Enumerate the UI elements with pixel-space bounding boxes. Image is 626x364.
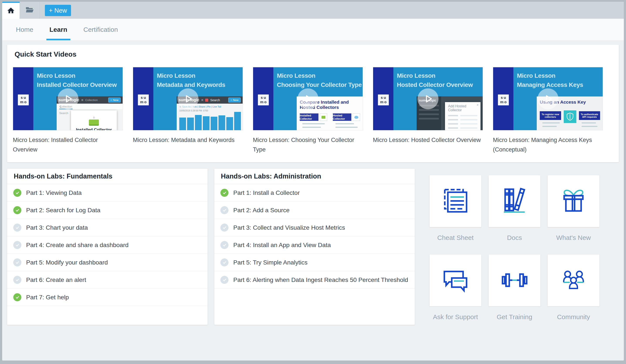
dumbbell-icon (500, 266, 529, 295)
thumb-brand-strip: sumo (13, 67, 33, 130)
check-icon (13, 206, 21, 214)
lab-item[interactable]: Part 2: Add a Source (214, 202, 415, 219)
learn-content: Quick Start Videos sumo Micro Lesson Ins… (2, 40, 624, 361)
search-tab-icon (205, 99, 208, 102)
thumb-title-line2: Choosing Your Collector Type (277, 80, 363, 89)
resource-label: Get Training (497, 313, 532, 321)
learn-nav: Home Learn Certification (2, 19, 624, 40)
video-caption: Micro Lesson: Managing Access Keys (Conc… (493, 135, 603, 154)
lab-item[interactable]: Part 6: Alerting when Data Ingest Reache… (214, 271, 415, 289)
video-caption: Micro Lesson: Choosing Your Collector Ty… (253, 135, 363, 154)
folder-tab[interactable] (20, 2, 40, 19)
check-icon (13, 258, 21, 266)
check-icon (13, 276, 21, 284)
home-tab[interactable] (2, 2, 20, 19)
nav-tab-learn[interactable]: Learn (49, 19, 67, 40)
check-icon (13, 241, 21, 249)
resource-label: Community (557, 313, 590, 321)
lab-item-label: Part 3: Collect and Visualize Host Metri… (233, 224, 345, 231)
installed-collector-icon (320, 113, 327, 121)
lab-item-label: Part 1: Viewing Data (26, 189, 82, 196)
lab-item[interactable]: Part 7: Get help (7, 289, 208, 306)
mini-search: Search (59, 111, 68, 115)
mini-new-chip: + New (228, 98, 241, 103)
video-list: sumo Micro Lesson Installed Collector Ov… (13, 67, 613, 154)
hosted-collector-box: Hosted Collector (333, 113, 352, 121)
resource-cheat-sheet[interactable]: Cheat Sheet (430, 175, 481, 241)
new-button[interactable]: + New (45, 5, 71, 16)
nav-tab-home[interactable]: Home (16, 19, 33, 40)
menu-icon: ≡ (81, 98, 83, 102)
resource-ask-for-support[interactable]: Ask for Support (430, 255, 481, 321)
play-button-icon (538, 88, 558, 109)
thumb-title-line2: Installed Collector Overview (37, 80, 123, 89)
gift-icon (559, 186, 588, 216)
check-icon (13, 293, 21, 301)
shield-icon (564, 110, 576, 123)
lab-item[interactable]: Part 3: Collect and Visualize Host Metri… (214, 219, 415, 236)
lab-item[interactable]: Part 3: Chart your data (7, 219, 208, 236)
thumb-brand-strip: sumo (253, 67, 273, 130)
thumb-title-line1: Micro Lesson (277, 71, 363, 80)
mini-card-label: Installed Collector (76, 127, 112, 130)
resource-label: What's New (556, 234, 591, 241)
video-hosted-collector-overview[interactable]: sumo Micro Lesson Hosted Collector Overv… (373, 67, 483, 154)
lab-item-label: Part 3: Chart your data (26, 224, 88, 231)
check-icon (220, 223, 229, 232)
labs-fundamentals-title: Hands-on Labs: Fundamentals (7, 169, 208, 184)
video-metadata-and-keywords[interactable]: sumo Micro Lesson Metadata and Keywords … (133, 67, 243, 154)
video-thumbnail: sumo Micro Lesson Installed Collector Ov… (13, 67, 123, 130)
sumo-logo: sumo (138, 95, 149, 105)
video-installed-collector-overview[interactable]: sumo Micro Lesson Installed Collector Ov… (13, 67, 123, 154)
thumb-brand-strip: sumo (493, 67, 513, 130)
check-icon (220, 189, 229, 197)
resource-whats-new[interactable]: What's New (548, 175, 599, 241)
lab-item[interactable]: Part 5: Modify your dashboard (7, 254, 208, 271)
check-icon (220, 241, 229, 249)
video-caption: Micro Lesson: Installed Collector Overvi… (13, 135, 123, 154)
lab-item[interactable]: Part 1: Install a Collector (214, 184, 415, 202)
register-collectors-box: To register new collectors (540, 111, 561, 120)
check-icon (13, 223, 21, 232)
video-managing-access-keys[interactable]: sumo Micro Lesson Managing Access Keys U… (493, 67, 603, 154)
lab-item[interactable]: Part 2: Search for Log Data (7, 202, 208, 219)
resource-community[interactable]: Community (548, 255, 599, 321)
cheat-sheet-icon (441, 186, 470, 216)
lab-item-label: Part 6: Alerting when Data Ingest Reache… (233, 277, 408, 284)
thumb-title-line2: Metadata and Keywords (157, 80, 243, 89)
resource-grid: Cheat Sheet (430, 175, 599, 321)
lab-item[interactable]: Part 4: Create and share a dashboard (7, 236, 208, 254)
thumb-brand-strip: sumo (133, 67, 153, 130)
chat-bubbles-icon (441, 266, 470, 295)
play-button-icon (57, 88, 78, 109)
lab-item[interactable]: Part 4: Install an App and View Data (214, 236, 415, 254)
lab-item-label: Part 2: Search for Log Data (26, 207, 100, 214)
resource-docs[interactable]: Docs (489, 175, 540, 241)
resource-label: Cheat Sheet (437, 234, 474, 241)
labs-administration-title: Hands-on Labs: Administration (214, 169, 415, 184)
thumb-title-line1: Micro Lesson (157, 71, 243, 80)
mini-search-tab: Search (210, 98, 220, 102)
lab-item[interactable]: Part 5: Try Simple Analytics (214, 254, 415, 271)
video-thumbnail: sumo Micro Lesson Metadata and Keywords … (133, 67, 243, 130)
check-icon (220, 276, 229, 284)
mini-modal-title: Add Hosted Collector (448, 104, 477, 112)
labs-administration-card: Hands-on Labs: Administration Part 1: In… (214, 169, 415, 325)
lab-item[interactable]: Part 1: Viewing Data (7, 184, 208, 202)
installed-collector-card: ↓ Installed Collector (71, 110, 117, 130)
authenticate-api-box: To authenticate API requests (579, 111, 600, 120)
mini-crumb: Collection (85, 98, 98, 102)
resource-get-training[interactable]: Get Training (489, 255, 540, 321)
video-thumbnail: sumo Micro Lesson Managing Access Keys U… (493, 67, 603, 130)
lab-item-label: Part 5: Modify your dashboard (26, 259, 108, 266)
books-icon (500, 186, 529, 216)
nav-tab-certification[interactable]: Certification (83, 19, 118, 40)
lab-item[interactable]: Part 6: Create an alert (7, 271, 208, 289)
video-choosing-collector-type[interactable]: sumo Micro Lesson Choosing Your Collecto… (253, 67, 363, 154)
folder-icon (26, 6, 34, 14)
thumb-title-line2: Hosted Collector Overview (397, 80, 483, 89)
hosted-collector-cloud-icon (353, 113, 360, 121)
people-icon (559, 266, 588, 295)
thumb-brand-strip: sumo (373, 67, 393, 130)
sumo-logo: sumo (18, 95, 29, 105)
